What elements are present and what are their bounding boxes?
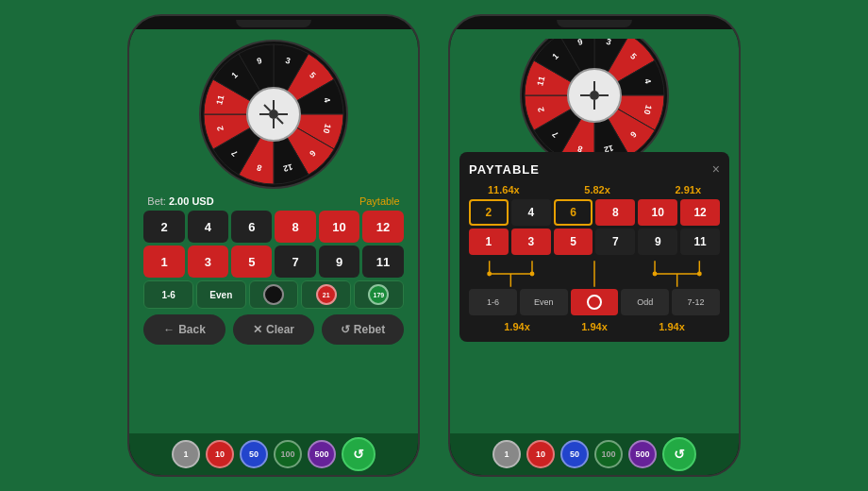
paytable-bottom-row: 1-6 Even Odd 7-12 [469, 289, 720, 315]
back-icon: ← [163, 323, 175, 336]
cell-4[interactable]: 4 [188, 211, 228, 243]
cell-11[interactable]: 11 [362, 246, 403, 278]
right-phone: 11 1 9 3 5 4 10 6 12 8 7 2 [448, 14, 741, 477]
paytable-grid-top: 2 4 6 8 10 12 [469, 199, 720, 226]
pt-1-6[interactable]: 1-6 [469, 289, 517, 315]
bet-info-row: Bet: 2.00 USD Paytable [143, 195, 403, 207]
bet-1-6[interactable]: 1-6 [143, 280, 193, 309]
mult-bottom-2: 1.94x [581, 321, 608, 332]
pt-cell-1[interactable]: 1 [469, 229, 509, 255]
right-chip-10[interactable]: 10 [526, 440, 555, 468]
left-phone-screen: 11 1 9 3 5 4 10 6 12 8 7 2 [129, 29, 418, 433]
cell-6[interactable]: 6 [231, 211, 272, 243]
svg-point-35 [590, 91, 599, 100]
multiplier-5: 5.82x [584, 184, 610, 195]
x-icon: ✕ [253, 323, 262, 336]
back-button[interactable]: ← Back [143, 314, 225, 345]
chip-black-small [263, 284, 284, 305]
right-phone-bottom-bar: 1 10 50 100 500 ↺ [450, 433, 739, 475]
svg-point-54 [697, 272, 702, 277]
pt-cell-8[interactable]: 8 [595, 199, 635, 226]
paytable-title: PAYTABLE [469, 162, 540, 177]
chip-100[interactable]: 100 [274, 440, 302, 468]
cell-12[interactable]: 12 [362, 211, 403, 243]
pt-odd[interactable]: Odd [621, 289, 669, 315]
multipliers-bottom: 1.94x 1.94x 1.94x [469, 321, 720, 332]
pt-cell-6[interactable]: 6 [554, 199, 593, 226]
multiplier-2: 2.91x [675, 184, 701, 195]
right-chip-1[interactable]: 1 [492, 440, 521, 468]
pt-7-12[interactable]: 7-12 [672, 289, 720, 315]
chip-10[interactable]: 10 [206, 440, 234, 468]
cell-9[interactable]: 9 [319, 246, 359, 278]
paytable-header: PAYTABLE × [469, 161, 720, 177]
pt-cell-11[interactable]: 11 [680, 229, 720, 255]
chip-green-179: 179 [368, 284, 389, 305]
bet-chip-black[interactable] [249, 280, 299, 309]
cell-10[interactable]: 10 [319, 211, 359, 243]
connector-svg [469, 261, 720, 287]
bet-label: Bet: 2.00 USD [147, 195, 213, 207]
connector-section [469, 261, 720, 287]
pt-cell-5[interactable]: 5 [554, 229, 593, 255]
cell-2[interactable]: 2 [143, 211, 184, 243]
spin-button[interactable]: ↺ [342, 437, 376, 471]
paytable-grid-bottom: 1 3 5 7 9 11 [469, 229, 720, 255]
grid-bottom-row: 1 3 5 7 9 11 [143, 246, 403, 278]
pt-even[interactable]: Even [520, 289, 568, 315]
left-phone: 11 1 9 3 5 4 10 6 12 8 7 2 [127, 14, 420, 477]
left-wheel-container: 11 1 9 3 5 4 10 6 12 8 7 2 [198, 39, 349, 190]
paytable-close-button[interactable]: × [712, 161, 720, 177]
action-buttons-row: ← Back ✕ Clear ↺ Rebet [143, 314, 403, 345]
right-chip-100[interactable]: 100 [594, 440, 623, 468]
chip-red-21: 21 [316, 284, 337, 305]
left-wheel-svg: 11 1 9 3 5 4 10 6 12 8 7 2 [198, 39, 349, 190]
grid-top-row: 2 4 6 8 10 12 [143, 211, 403, 243]
right-wheel-container: 11 1 9 3 5 4 10 6 12 8 7 2 [519, 39, 670, 152]
right-spin-button[interactable]: ↺ [662, 437, 696, 471]
cell-1[interactable]: 1 [143, 246, 184, 278]
bet-179[interactable]: 179 [354, 280, 404, 309]
paytable-overlay: PAYTABLE × 11.64x 5.82x 2.91x 2 4 6 8 10… [459, 152, 729, 342]
svg-point-51 [487, 272, 492, 277]
clear-button[interactable]: ✕ Clear [233, 314, 314, 345]
cell-7[interactable]: 7 [275, 246, 315, 278]
cell-5[interactable]: 5 [231, 246, 272, 278]
bet-amount: 2.00 USD [169, 195, 214, 207]
pt-cell-2[interactable]: 2 [469, 199, 509, 226]
bet-even[interactable]: Even [196, 280, 246, 309]
left-phone-bottom-bar: 1 10 50 100 500 ↺ [129, 433, 418, 475]
pt-cell-12[interactable]: 12 [680, 199, 720, 226]
right-wheel-svg: 11 1 9 3 5 4 10 6 12 8 7 2 [519, 39, 670, 152]
left-phone-notch [236, 20, 311, 27]
rebet-button[interactable]: ↺ Rebet [322, 314, 403, 345]
mult-bottom-3: 1.94x [659, 321, 685, 332]
right-phone-screen: 11 1 9 3 5 4 10 6 12 8 7 2 [450, 29, 739, 433]
pt-cell-9[interactable]: 9 [638, 229, 677, 255]
rebet-icon: ↺ [341, 323, 350, 336]
multiplier-11: 11.64x [488, 184, 520, 195]
chip-1[interactable]: 1 [172, 440, 200, 468]
cell-3[interactable]: 3 [188, 246, 228, 278]
pt-cell-4[interactable]: 4 [511, 199, 551, 226]
right-chip-50[interactable]: 50 [560, 440, 589, 468]
paytable-link[interactable]: Paytable [359, 195, 400, 207]
multipliers-top: 11.64x 5.82x 2.91x [469, 184, 720, 195]
svg-point-52 [530, 272, 535, 277]
bottom-bet-row: 1-6 Even 21 179 [143, 280, 403, 309]
mult-bottom-1: 1.94x [504, 321, 530, 332]
pt-cell-3[interactable]: 3 [511, 229, 551, 255]
pt-circle[interactable] [571, 289, 619, 315]
chip-500[interactable]: 500 [308, 440, 336, 468]
cell-8[interactable]: 8 [275, 211, 315, 243]
svg-point-53 [653, 272, 658, 277]
app-container: 11 1 9 3 5 4 10 6 12 8 7 2 [127, 14, 741, 477]
bet-21[interactable]: 21 [301, 280, 351, 309]
right-phone-notch [557, 20, 632, 27]
pt-cell-10[interactable]: 10 [638, 199, 677, 226]
chip-50[interactable]: 50 [240, 440, 268, 468]
pt-cell-7[interactable]: 7 [595, 229, 635, 255]
right-chip-500[interactable]: 500 [628, 440, 657, 468]
